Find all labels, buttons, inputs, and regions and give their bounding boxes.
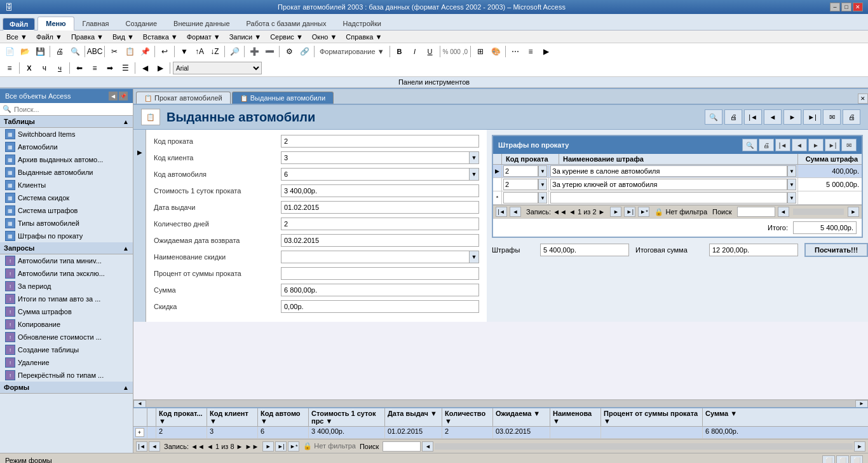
hscroll-left[interactable]: ◄ — [133, 400, 146, 408]
input-procent[interactable] — [281, 267, 479, 280]
rec-nav-next[interactable]: ► — [262, 441, 274, 452]
sidebar-item-q9[interactable]: ! Удаление — [0, 356, 133, 369]
tab-vydannye[interactable]: 📋 Выданные автомобили — [232, 92, 334, 104]
nav-email-btn[interactable]: ✉ — [823, 109, 841, 125]
subform-nav-first[interactable]: |◄ — [496, 207, 507, 217]
sidebar-item-q7[interactable]: ! Обновление стоимости ... — [0, 331, 133, 343]
nav-search-fwd[interactable]: ► — [854, 441, 865, 452]
input-summa[interactable] — [281, 284, 479, 296]
sidebar-item-shtrafy-prokata[interactable]: ▦ Штрафы по прокату — [0, 230, 133, 242]
col-h-kodProkat[interactable]: Код прокат... ▼ — [156, 408, 207, 426]
combo-arrow-kodKlienta[interactable]: ▼ — [469, 151, 479, 164]
tb-relationships[interactable]: 🔗 — [297, 45, 311, 59]
calc-button[interactable]: Посчитать!!! — [804, 243, 868, 257]
menu-file[interactable]: Файл ▼ — [32, 32, 66, 42]
tb-italic[interactable]: I — [408, 45, 422, 59]
input-row2-kod[interactable] — [503, 179, 538, 190]
minimize-button[interactable]: – — [830, 3, 840, 11]
tb-del-rec[interactable]: ➖ — [262, 45, 276, 59]
tab-database[interactable]: Работа с базами данных — [238, 17, 335, 31]
maximize-button[interactable]: □ — [841, 3, 851, 11]
tb-borders[interactable]: ⊞ — [473, 45, 487, 59]
tab-external[interactable]: Внешние данные — [165, 17, 238, 31]
menu-records[interactable]: Записи ▼ — [226, 32, 265, 42]
col-h-procent[interactable]: Процент от суммы проката ▼ — [601, 408, 703, 426]
menu-service[interactable]: Сервис ▼ — [266, 32, 307, 42]
tab-file[interactable]: Файл — [3, 18, 35, 31]
input-dataVydachi[interactable] — [281, 201, 479, 214]
sidebar-search-input[interactable] — [14, 106, 130, 113]
input-row1-kod[interactable] — [503, 165, 538, 177]
col-h-stoimost[interactable]: Стоимость 1 суток прс ▼ — [309, 408, 385, 426]
input-shtrafy[interactable] — [540, 244, 629, 256]
tb-filter[interactable]: ▼ — [177, 45, 191, 59]
col-h-data[interactable]: Дата выдач ▼ — [385, 408, 442, 426]
rec-nav-prev[interactable]: ◄ — [149, 441, 160, 452]
tb-undo[interactable]: ↩ — [158, 45, 172, 59]
subform-search-fwd[interactable]: ► — [848, 207, 859, 217]
tb-properties[interactable]: ⚙ — [282, 45, 296, 59]
tab-menu[interactable]: Меню — [37, 17, 74, 31]
sidebar-section-queries[interactable]: Запросы ▲ — [0, 242, 133, 254]
input-row1-naim[interactable] — [550, 165, 787, 177]
input-kolDney[interactable] — [281, 218, 479, 230]
form-hscroll[interactable]: ◄ ► — [133, 399, 868, 407]
sidebar-item-q10[interactable]: ! Перекрёстный по типам ... — [0, 369, 133, 382]
sidebar-item-q5[interactable]: ! Сумма штрафов — [0, 305, 133, 318]
hscroll-right[interactable]: ► — [855, 400, 868, 408]
col-h-naim[interactable]: Наименова ▼ — [550, 408, 601, 426]
input-stoimost[interactable] — [281, 184, 479, 197]
tb-save[interactable]: 💾 — [33, 45, 47, 59]
sidebar-collapse-btn[interactable]: ◀ — [109, 92, 118, 100]
tb-preview[interactable]: 🔍 — [68, 45, 82, 59]
sidebar-item-q1[interactable]: ! Автомобили типа миниv... — [0, 254, 133, 267]
sidebar-pin-btn[interactable]: 📌 — [119, 92, 128, 100]
subform-search-btn[interactable]: 🔍 — [742, 139, 757, 151]
arrow-row2-kod[interactable]: ▼ — [538, 179, 547, 190]
sidebar-section-tables[interactable]: Таблицы ▲ — [0, 116, 133, 128]
tb-special1[interactable]: ⋯ — [508, 45, 522, 59]
tb-special2[interactable]: ≡ — [524, 45, 538, 59]
sidebar-item-avtomobili[interactable]: ▦ Автомобили — [0, 141, 133, 153]
tab-procat[interactable]: 📋 Прокат автомобилей — [136, 92, 231, 104]
sidebar-item-q8[interactable]: ! Создание таблицы — [0, 343, 133, 356]
sidebar-item-q2[interactable]: ! Автомобили типа эксклю... — [0, 267, 133, 280]
tab-home[interactable]: Главная — [74, 17, 118, 31]
status-btn-3[interactable]: ⬜ — [850, 455, 863, 464]
arrow-row1-kod[interactable]: ▼ — [538, 165, 547, 177]
tb-x[interactable]: X — [22, 61, 36, 75]
col-h-ojid[interactable]: Ожидаема ▼ — [493, 408, 550, 426]
menu-view[interactable]: Вид ▼ — [109, 32, 138, 42]
subform-nav-new[interactable]: ►* — [638, 207, 649, 217]
menu-format[interactable]: Формат ▼ — [183, 32, 224, 42]
nav-print2-btn[interactable]: 🖨 — [843, 109, 860, 125]
arrow-row1-naim[interactable]: ▼ — [787, 165, 796, 177]
sidebar-item-skidki[interactable]: ▦ Система скидок — [0, 191, 133, 204]
subform-search-back[interactable]: ◄ — [778, 207, 789, 217]
tb-print[interactable]: 🖨 — [53, 45, 67, 59]
subform-add-btn[interactable]: ✉ — [841, 139, 857, 151]
subform-last-btn[interactable]: ►| — [825, 139, 840, 151]
sidebar-item-q6[interactable]: ! Копирование — [0, 318, 133, 331]
subform-search-input[interactable] — [737, 207, 775, 217]
subform-nav-last[interactable]: ►| — [624, 207, 635, 217]
col-h-summa[interactable]: Сумма ▼ — [703, 408, 760, 426]
col-h-kol[interactable]: Количество ▼ — [442, 408, 493, 426]
input-ojidData[interactable] — [281, 234, 479, 247]
tb-align-right[interactable]: ➡ — [103, 61, 117, 75]
tb-new[interactable]: 📄 — [3, 45, 17, 59]
rec-nav-first[interactable]: |◄ — [136, 441, 147, 452]
tb-indent-dec[interactable]: ◀ — [138, 61, 152, 75]
input-itogSumma[interactable] — [709, 244, 798, 256]
nav-search-back[interactable]: ◄ — [422, 441, 433, 452]
tb-indent-inc[interactable]: ▶ — [153, 61, 167, 75]
sidebar-item-tipy[interactable]: ▦ Типы автомобилей — [0, 217, 133, 230]
tb-cut[interactable]: ✂ — [107, 45, 121, 59]
sidebar-item-switchboard[interactable]: ▦ Switchboard Items — [0, 128, 133, 141]
doc-close-btn[interactable]: ✕ — [858, 93, 868, 104]
nav-last-btn[interactable]: ►| — [803, 109, 821, 125]
status-btn-1[interactable]: ⬜ — [822, 455, 835, 464]
tb-special3[interactable]: ▶ — [539, 45, 553, 59]
tb-fill[interactable]: 🎨 — [489, 45, 503, 59]
tb-new-rec[interactable]: ➕ — [247, 45, 261, 59]
